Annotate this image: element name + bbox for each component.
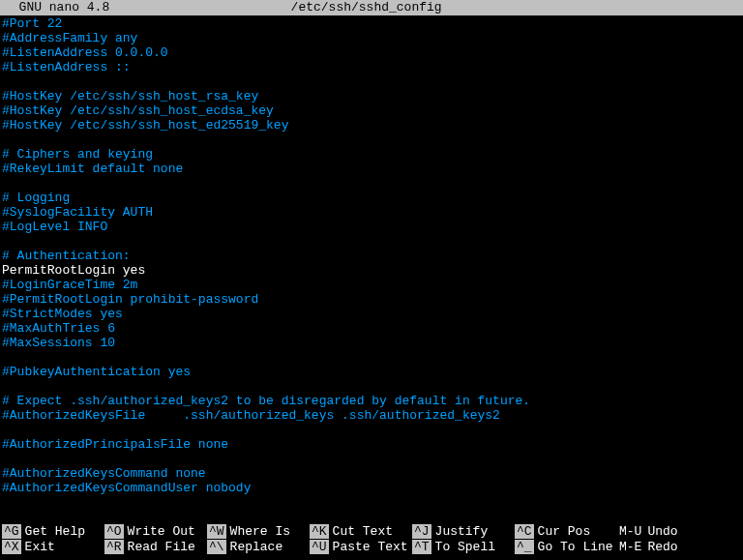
editor-line: #HostKey /etc/ssh/ssh_host_rsa_key (2, 89, 741, 103)
editor-line: # Logging (2, 191, 741, 205)
shortcut-cut-text[interactable]: ^KCut Text (310, 524, 412, 539)
shortcut-key: ^G (2, 524, 21, 539)
shortcut-key: M-E (617, 540, 643, 554)
editor-line: #PubkeyAuthentication yes (2, 365, 741, 379)
editor-line (2, 350, 741, 365)
shortcut-paste-text[interactable]: ^UPaste Text (310, 540, 412, 554)
shortcut-label: Read File (128, 540, 195, 554)
shortcut-to-spell[interactable]: ^TTo Spell (412, 540, 515, 554)
shortcut-label: Where Is (230, 524, 290, 539)
shortcut-label: Cur Pos (538, 524, 591, 539)
shortcut-key: ^R (104, 540, 124, 554)
shortcut-label: To Spell (435, 540, 495, 554)
shortcut-label: Write Out (128, 524, 195, 539)
editor-line: #ListenAddress :: (2, 60, 741, 74)
shortcut-key: ^T (412, 540, 431, 554)
shortcut-key: ^J (412, 524, 431, 539)
editor-line: #AuthorizedKeysCommand none (2, 466, 741, 481)
editor-area[interactable]: #Port 22#AddressFamily any#ListenAddress… (0, 15, 743, 496)
shortcut-key: ^U (310, 540, 329, 554)
editor-line: #AuthorizedPrincipalsFile none (2, 437, 741, 452)
filename: /etc/ssh/sshd_config (109, 0, 623, 15)
editor-line: #LoginGraceTime 2m (2, 278, 741, 292)
shortcut-label: Replace (230, 540, 283, 554)
shortcut-label: Paste Text (333, 540, 408, 554)
shortcut-get-help[interactable]: ^GGet Help (2, 524, 104, 539)
editor-line: #Port 22 (2, 16, 741, 31)
shortcut-key: ^C (515, 524, 534, 539)
title-bar: GNU nano 4.8 /etc/ssh/sshd_config (0, 0, 743, 15)
shortcut-key: ^X (2, 540, 21, 554)
editor-line: #HostKey /etc/ssh/ssh_host_ecdsa_key (2, 103, 741, 118)
editor-line (2, 423, 741, 437)
shortcut-redo[interactable]: M-ERedo (617, 540, 695, 554)
shortcut-label: Cut Text (333, 524, 393, 539)
shortcut-undo[interactable]: M-UUndo (617, 524, 695, 539)
editor-line: #AuthorizedKeysFile .ssh/authorized_keys… (2, 408, 741, 423)
shortcut-row-2: ^XExit^RRead File^\Replace^UPaste Text^T… (2, 539, 741, 554)
editor-line (2, 74, 741, 89)
editor-line: #ListenAddress 0.0.0.0 (2, 45, 741, 60)
shortcut-where-is[interactable]: ^WWhere Is (207, 524, 310, 539)
editor-line: # Expect .ssh/authorized_keys2 to be dis… (2, 394, 741, 408)
shortcut-write-out[interactable]: ^OWrite Out (104, 524, 207, 539)
shortcut-key: ^O (104, 524, 124, 539)
editor-line: #LogLevel INFO (2, 220, 741, 234)
shortcut-key: M-U (617, 524, 643, 539)
editor-line: #HostKey /etc/ssh/ssh_host_ed25519_key (2, 118, 741, 133)
editor-line: #SyslogFacility AUTH (2, 205, 741, 220)
shortcut-replace[interactable]: ^\Replace (207, 540, 310, 554)
shortcut-justify[interactable]: ^JJustify (412, 524, 515, 539)
editor-line: # Authentication: (2, 249, 741, 263)
editor-line: PermitRootLogin yes (2, 263, 741, 278)
editor-line (2, 176, 741, 191)
editor-line (2, 234, 741, 249)
shortcut-exit[interactable]: ^XExit (2, 540, 104, 554)
shortcut-label: Go To Line (538, 540, 613, 554)
shortcut-bar: ^GGet Help^OWrite Out^WWhere Is^KCut Tex… (0, 523, 743, 554)
title-spacer (623, 0, 739, 15)
editor-line: # Ciphers and keying (2, 147, 741, 162)
shortcut-key: ^\ (207, 540, 226, 554)
shortcut-cur-pos[interactable]: ^CCur Pos (515, 524, 617, 539)
shortcut-go-to-line[interactable]: ^_Go To Line (515, 540, 617, 554)
shortcut-read-file[interactable]: ^RRead File (104, 540, 207, 554)
editor-line: #StrictModes yes (2, 307, 741, 321)
shortcut-label: Undo (647, 524, 677, 539)
editor-line (2, 452, 741, 466)
shortcut-key: ^K (310, 524, 329, 539)
editor-line: #AddressFamily any (2, 31, 741, 45)
editor-line (2, 379, 741, 394)
shortcut-key: ^W (207, 524, 226, 539)
shortcut-label: Justify (435, 524, 489, 539)
editor-line (2, 133, 741, 147)
app-name: GNU nano 4.8 (4, 0, 109, 15)
shortcut-label: Get Help (25, 524, 85, 539)
shortcut-label: Exit (25, 540, 55, 554)
editor-line: #RekeyLimit default none (2, 162, 741, 176)
editor-line: #PermitRootLogin prohibit-password (2, 292, 741, 307)
editor-line: #MaxAuthTries 6 (2, 321, 741, 336)
shortcut-label: Redo (647, 540, 677, 554)
editor-line: #MaxSessions 10 (2, 336, 741, 350)
shortcut-row-1: ^GGet Help^OWrite Out^WWhere Is^KCut Tex… (2, 523, 741, 539)
shortcut-key: ^_ (515, 540, 534, 554)
editor-line: #AuthorizedKeysCommandUser nobody (2, 481, 741, 495)
